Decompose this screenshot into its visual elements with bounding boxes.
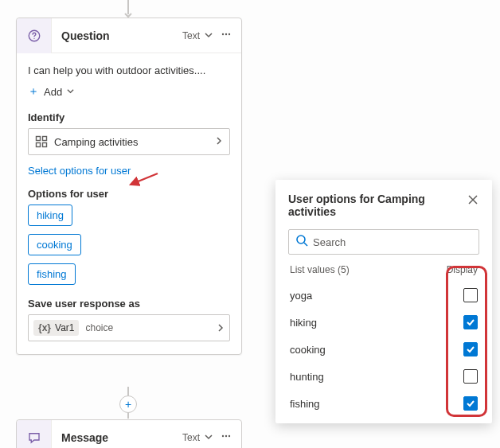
list-item: cooking	[288, 336, 479, 363]
svg-rect-7	[37, 143, 41, 147]
svg-rect-5	[37, 137, 41, 141]
card-title: Question	[52, 29, 182, 42]
search-input[interactable]	[313, 236, 472, 248]
variable-chip: {x} Var1	[33, 320, 79, 336]
display-checkbox[interactable]	[463, 288, 478, 302]
display-checkbox[interactable]	[463, 342, 478, 356]
svg-point-2	[222, 33, 224, 35]
more-icon[interactable]	[217, 430, 235, 444]
grid-icon	[35, 135, 48, 148]
svg-line-14	[304, 243, 307, 246]
message-icon	[17, 420, 52, 449]
svg-point-11	[225, 435, 227, 437]
search-input-wrapper[interactable]	[288, 229, 479, 255]
option-chip[interactable]: hiking	[28, 205, 72, 226]
identify-label: Identify	[28, 111, 230, 123]
card-title: Message	[52, 431, 182, 444]
chevron-down-icon[interactable]	[205, 30, 213, 41]
card-header: Question Text	[17, 18, 241, 53]
svg-line-9	[132, 173, 158, 184]
question-message-text[interactable]: I can help you with outdoor activities..…	[28, 64, 230, 76]
variable-picker[interactable]: {x} Var1 choice	[28, 314, 230, 341]
svg-rect-6	[43, 137, 47, 141]
option-chip[interactable]: fishing	[28, 263, 76, 285]
datatype-label[interactable]: Text	[182, 432, 200, 443]
options-for-user-label: Options for user	[28, 188, 230, 200]
search-icon	[295, 234, 308, 250]
list-item-label: fishing	[290, 398, 320, 410]
svg-point-3	[225, 33, 227, 35]
chevron-down-icon	[67, 88, 74, 96]
svg-point-4	[229, 33, 230, 35]
datatype-label[interactable]: Text	[182, 30, 200, 41]
list-values-header: List values (5)	[290, 264, 350, 275]
chevron-right-icon	[217, 321, 225, 335]
list-item-label: hiking	[290, 317, 317, 329]
variable-name: Var1	[55, 322, 74, 333]
message-card: Message Text	[16, 419, 242, 448]
display-checkbox[interactable]	[463, 396, 478, 411]
select-options-link[interactable]: Select options for user	[28, 165, 131, 177]
svg-point-12	[229, 435, 230, 437]
identify-value: Camping activities	[54, 136, 215, 148]
list-item: hiking	[288, 309, 479, 336]
list-item-label: hunting	[290, 371, 324, 383]
list-item: yoga	[288, 282, 479, 309]
more-icon[interactable]	[217, 29, 235, 42]
svg-point-1	[33, 37, 34, 38]
plus-icon: ＋	[28, 84, 39, 99]
save-as-label: Save user response as	[28, 298, 230, 310]
annotation-arrow	[127, 172, 159, 188]
close-icon[interactable]	[467, 193, 479, 208]
svg-point-13	[297, 236, 305, 243]
option-chip[interactable]: cooking	[28, 234, 81, 255]
add-label: Add	[44, 86, 62, 98]
display-header: Display	[447, 264, 478, 275]
list-item-label: cooking	[290, 344, 326, 356]
options-list: yogahikingcookinghuntingfishing	[288, 282, 479, 417]
display-checkbox[interactable]	[463, 315, 478, 329]
display-checkbox[interactable]	[463, 369, 478, 384]
svg-rect-8	[43, 143, 47, 147]
variable-type: choice	[85, 322, 213, 333]
fx-icon: {x}	[38, 322, 51, 333]
add-node-button[interactable]: +	[119, 395, 137, 413]
list-item-label: yoga	[290, 290, 312, 302]
question-icon	[17, 18, 52, 53]
list-item: hunting	[288, 363, 479, 390]
svg-point-10	[222, 435, 224, 437]
add-button[interactable]: ＋ Add	[28, 84, 230, 99]
identify-picker[interactable]: Camping activities	[28, 128, 230, 155]
chevron-right-icon	[215, 136, 223, 147]
user-options-panel: User options for Camping activities List…	[275, 180, 492, 423]
list-item: fishing	[288, 390, 479, 417]
panel-title: User options for Camping activities	[288, 193, 467, 218]
chevron-down-icon[interactable]	[205, 432, 213, 443]
